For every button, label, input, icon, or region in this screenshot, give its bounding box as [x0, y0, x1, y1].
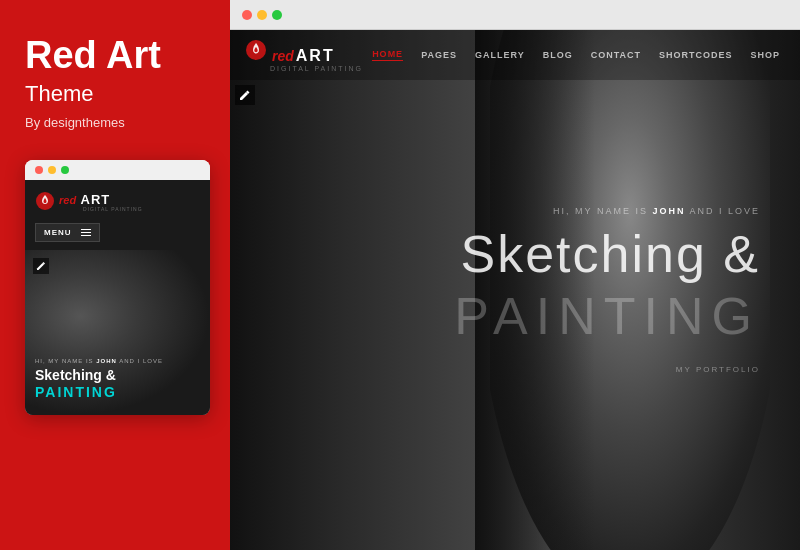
nav-link-pages[interactable]: PAGES — [421, 50, 457, 60]
mobile-intro-line: HI, MY NAME IS JOHN AND I LOVE — [35, 358, 200, 364]
hero-text-content: HI, MY NAME IS JOHN AND I LOVE Sketching… — [454, 206, 760, 374]
mobile-sketching-text: Sketching & — [35, 367, 200, 384]
mobile-intro-name: JOHN — [96, 358, 117, 364]
desktop-logo-art: ART — [296, 47, 335, 65]
right-panel: red ART DIGITAL PAINTING HOME PAGES GALL… — [230, 0, 800, 550]
nav-link-shortcodes[interactable]: SHORTCODES — [659, 50, 733, 60]
desktop-nav: red ART DIGITAL PAINTING HOME PAGES GALL… — [230, 30, 800, 80]
hero-intro-name: JOHN — [652, 206, 685, 216]
mobile-menu-bar: MENU — [25, 218, 210, 250]
mobile-painting-text: PAINTING — [35, 384, 200, 400]
theme-title: Red Art — [25, 35, 210, 77]
logo-flame-icon — [35, 191, 55, 211]
nav-link-shop[interactable]: SHOP — [750, 50, 780, 60]
desktop-logo-icon — [245, 39, 267, 61]
mobile-logo: red ART DIGITAL PAINTING — [35, 190, 143, 212]
left-panel: Red Art Theme By designthemes red — [0, 0, 230, 550]
dot-green — [61, 166, 69, 174]
mobile-hero-text: HI, MY NAME IS JOHN AND I LOVE Sketching… — [35, 358, 200, 400]
browser-dot-green — [272, 10, 282, 20]
dot-red — [35, 166, 43, 174]
hero-sketching-text: Sketching & — [454, 226, 760, 283]
browser-dot-red — [242, 10, 252, 20]
mobile-menu-label: MENU — [44, 228, 72, 237]
mobile-header: red ART DIGITAL PAINTING — [25, 180, 210, 218]
desktop-hero: red ART DIGITAL PAINTING HOME PAGES GALL… — [230, 30, 800, 550]
browser-content: red ART DIGITAL PAINTING HOME PAGES GALL… — [230, 30, 800, 550]
desktop-nav-links: HOME PAGES GALLERY BLOG CONTACT SHORTCOD… — [372, 49, 780, 61]
theme-author: By designthemes — [25, 115, 210, 130]
mobile-menu-button[interactable]: MENU — [35, 223, 100, 242]
browser-chrome — [230, 0, 800, 30]
nav-link-home[interactable]: HOME — [372, 49, 403, 61]
mobile-preview-card: red ART DIGITAL PAINTING MENU — [25, 160, 210, 415]
desktop-edit-icon[interactable] — [235, 85, 255, 105]
mobile-logo-art: ART — [81, 192, 111, 207]
mobile-titlebar — [25, 160, 210, 180]
hero-intro-line: HI, MY NAME IS JOHN AND I LOVE — [454, 206, 760, 216]
hamburger-icon — [81, 229, 91, 236]
nav-link-contact[interactable]: CONTACT — [591, 50, 641, 60]
hero-portfolio-link[interactable]: MY PORTFOLIO — [454, 365, 760, 374]
desktop-logo: red ART DIGITAL PAINTING — [245, 39, 363, 72]
hero-painting-text: PAINTING — [454, 288, 760, 345]
mobile-edit-icon[interactable] — [33, 258, 49, 274]
mobile-logo-red: red — [59, 194, 76, 206]
desktop-logo-red: red — [272, 48, 294, 64]
nav-link-gallery[interactable]: GALLERY — [475, 50, 525, 60]
nav-link-blog[interactable]: BLOG — [543, 50, 573, 60]
mobile-logo-tagline: DIGITAL PAINTING — [83, 206, 143, 212]
browser-dot-yellow — [257, 10, 267, 20]
mobile-hero: HI, MY NAME IS JOHN AND I LOVE Sketching… — [25, 250, 210, 415]
dot-yellow — [48, 166, 56, 174]
desktop-logo-tagline: DIGITAL PAINTING — [270, 65, 363, 72]
theme-subtitle: Theme — [25, 81, 210, 107]
